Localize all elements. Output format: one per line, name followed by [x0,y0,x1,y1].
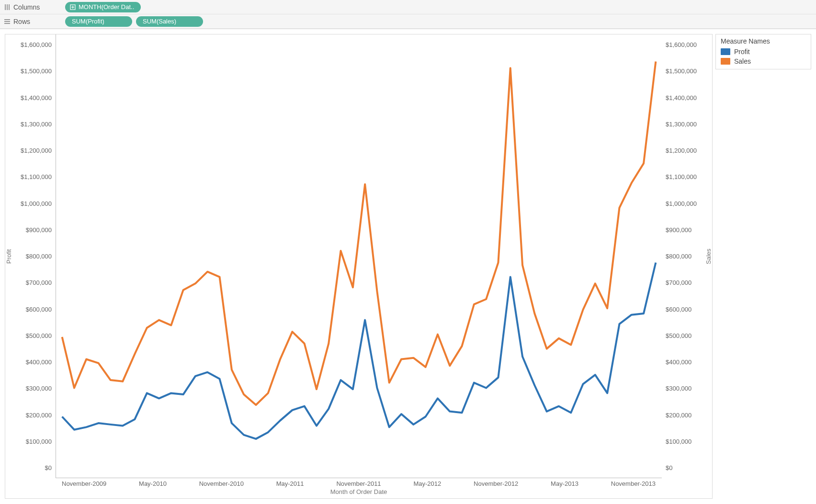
columns-shelf[interactable]: Columns MONTH(Order Dat.. [0,0,816,14]
y-tick: $100,000 [26,438,52,445]
line-profit[interactable] [62,263,656,439]
plot-area[interactable] [56,34,662,478]
x-label-row: Month of Order Date [5,487,712,498]
pill-sum-sales[interactable]: SUM(Sales) [136,16,203,27]
y-tick: $1,400,000 [21,94,52,101]
main-area: Profit $1,600,000$1,500,000$1,400,000$1,… [0,29,816,504]
rows-shelf-label: Rows [4,18,61,25]
y-tick: $1,300,000 [21,121,52,128]
legend-label: Profit [734,48,750,56]
y2-tick: $200,000 [666,412,691,419]
y-axis-left-title: Profit [5,34,12,478]
y2-tick: $400,000 [666,358,691,366]
x-tick: May-2010 [139,480,167,487]
y-tick: $700,000 [26,279,52,286]
x-axis-title: Month of Order Date [57,487,660,498]
y2-tick: $1,600,000 [666,41,697,48]
columns-shelf-label: Columns [4,3,61,11]
y2-tick: $1,000,000 [666,200,697,207]
chart-panel: Profit $1,600,000$1,500,000$1,400,000$1,… [5,34,713,499]
legend-label: Sales [734,57,751,65]
y2-tick: $1,200,000 [666,147,697,154]
y2-tick: $100,000 [666,438,691,445]
y-tick: $1,000,000 [21,200,52,207]
legend-box[interactable]: Measure Names ProfitSales [715,34,811,69]
x-tick: May-2012 [413,480,441,487]
plot-row: Profit $1,600,000$1,500,000$1,400,000$1,… [5,34,712,478]
x-ticks-row: November-2009May-2010November-2010May-20… [5,478,712,487]
y2-tick: $900,000 [666,226,691,234]
rows-label-text: Rows [13,18,30,25]
legend-swatch [721,48,730,55]
y2-tick: $1,300,000 [666,121,697,128]
y-tick: $0 [45,464,52,471]
x-tick: May-2011 [276,480,304,487]
y2-tick: $700,000 [666,279,691,286]
pill-month-order-date[interactable]: MONTH(Order Dat.. [65,2,141,12]
y2-tick: $1,100,000 [666,173,697,180]
expand-icon [70,4,76,10]
y-axis-right-title: Sales [705,34,712,478]
y2-tick: $300,000 [666,385,691,392]
legend-panel: Measure Names ProfitSales [715,34,811,499]
plot-svg [56,34,662,478]
y2-tick: $1,500,000 [666,67,697,75]
y-tick: $1,600,000 [21,41,52,48]
y-tick: $600,000 [26,306,52,313]
y-tick: $1,200,000 [21,147,52,154]
y-tick: $1,500,000 [21,67,52,75]
y-left-ticks: $1,600,000$1,500,000$1,400,000$1,300,000… [12,34,56,478]
columns-icon [4,4,11,11]
columns-label-text: Columns [13,3,40,11]
x-tick: May-2013 [551,480,578,487]
x-tick: November-2013 [611,480,656,487]
y-tick: $400,000 [26,358,52,366]
y2-tick: $600,000 [666,306,691,313]
legend-swatch [721,58,730,65]
pill-label: MONTH(Order Dat.. [79,3,134,11]
y-tick: $500,000 [26,332,52,339]
pill-label: SUM(Profit) [72,18,104,25]
x-tick: November-2010 [199,480,244,487]
shelf-area: Columns MONTH(Order Dat.. Rows SUM(Profi… [0,0,816,29]
y2-tick: $500,000 [666,332,691,339]
x-ticks: November-2009May-2010November-2010May-20… [57,478,660,487]
legend-title: Measure Names [721,37,806,45]
y-tick: $800,000 [26,253,52,260]
x-tick: November-2012 [474,480,518,487]
x-tick: November-2011 [336,480,381,487]
rows-icon [4,18,11,25]
pill-label: SUM(Sales) [143,18,176,25]
y-tick: $300,000 [26,385,52,392]
pill-sum-profit[interactable]: SUM(Profit) [65,16,132,27]
x-tick: November-2009 [62,480,106,487]
y-right-ticks: $1,600,000$1,500,000$1,400,000$1,300,000… [662,34,705,478]
y-tick: $900,000 [26,226,52,234]
y2-tick: $0 [666,464,672,471]
rows-shelf[interactable]: Rows SUM(Profit) SUM(Sales) [0,14,816,29]
y-tick: $200,000 [26,412,52,419]
legend-item[interactable]: Profit [721,47,806,56]
legend-item[interactable]: Sales [721,56,806,66]
y2-tick: $1,400,000 [666,94,697,101]
y2-tick: $800,000 [666,253,691,260]
y-tick: $1,100,000 [21,173,52,180]
